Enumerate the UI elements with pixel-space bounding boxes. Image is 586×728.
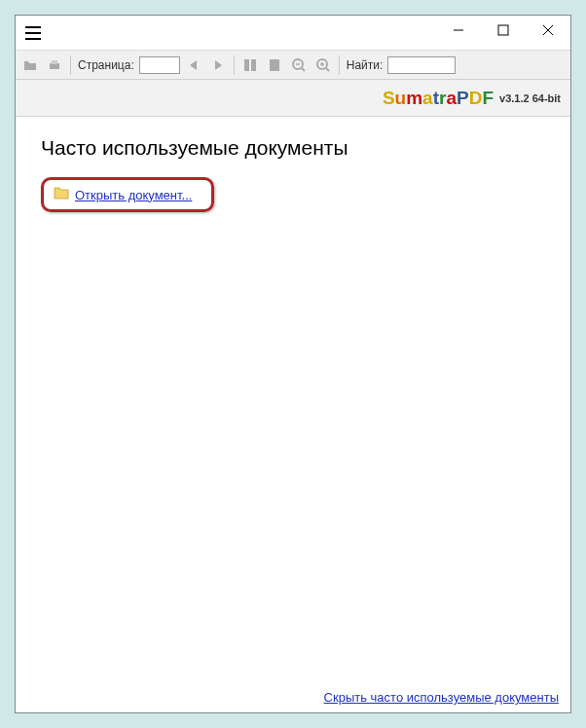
app-logo: SumatraPDF (383, 88, 494, 109)
titlebar (16, 16, 570, 51)
content-area: Часто используемые документы Открыть док… (16, 117, 570, 712)
fit-page-icon[interactable] (264, 55, 285, 76)
separator (70, 55, 71, 75)
menu-icon[interactable] (16, 16, 51, 51)
svg-rect-6 (244, 59, 249, 71)
separator (234, 55, 235, 75)
page-title: Часто используемые документы (41, 136, 545, 160)
app-window: Страница: Найти: SumatraPDF v3.1.2 64-bi… (15, 15, 571, 713)
fit-width-icon[interactable] (239, 55, 261, 76)
version-label: v3.1.2 64-bit (499, 92, 561, 104)
toolbar: Страница: Найти: (16, 51, 570, 80)
find-input[interactable] (387, 56, 456, 74)
zoom-out-icon[interactable] (288, 55, 310, 76)
maximize-button[interactable] (481, 16, 526, 45)
zoom-in-icon[interactable] (312, 55, 334, 76)
folder-icon (54, 186, 69, 203)
svg-line-13 (326, 68, 329, 71)
find-label: Найти: (347, 58, 384, 72)
open-file-icon[interactable] (19, 55, 41, 76)
separator (339, 55, 340, 75)
svg-rect-7 (251, 59, 256, 71)
svg-line-10 (302, 68, 305, 71)
page-input[interactable] (139, 56, 180, 74)
svg-rect-8 (270, 59, 279, 71)
hide-frequent-link[interactable]: Скрыть часто используемые документы (324, 690, 559, 705)
open-document-highlight: Открыть документ... (41, 177, 214, 212)
open-document-link[interactable]: Открыть документ... (75, 188, 192, 202)
next-page-icon[interactable] (207, 55, 229, 76)
window-controls (436, 16, 570, 45)
print-icon[interactable] (44, 55, 65, 76)
svg-rect-5 (52, 60, 57, 64)
minimize-button[interactable] (436, 16, 481, 45)
header-strip: SumatraPDF v3.1.2 64-bit (16, 80, 570, 117)
page-label: Страница: (78, 58, 134, 72)
close-button[interactable] (526, 16, 570, 45)
prev-page-icon[interactable] (183, 55, 204, 76)
svg-rect-1 (498, 25, 508, 35)
